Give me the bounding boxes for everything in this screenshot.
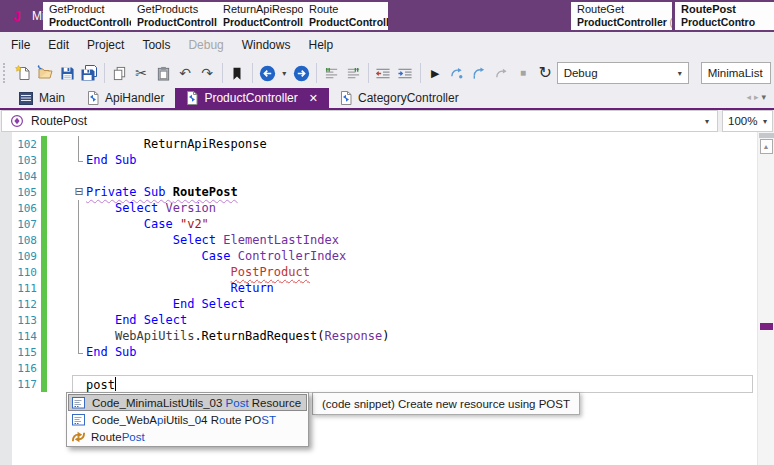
document-tab-bar: MainApiHandlerProductController✕Category… (0, 88, 774, 108)
decrease-indent-button[interactable] (373, 62, 394, 84)
line-number: 107 (0, 218, 40, 231)
stop-debug-button[interactable]: ■ (513, 62, 534, 84)
window-tab-route[interactable]: RouteProductController (ctrl · (303, 2, 388, 30)
doc-tab-productcontroller[interactable]: ProductController✕ (175, 88, 329, 108)
change-tracking-bar (41, 168, 47, 184)
tab-scroll-arrows[interactable]: ◂▸▾ (746, 92, 769, 102)
code-line-112: 112 End Select (0, 296, 757, 312)
cut-icon: ✂ (135, 66, 147, 80)
menu-project[interactable]: Project (78, 34, 133, 56)
window-tab-getproduct[interactable]: GetProductProductController (ctrl · (43, 2, 131, 30)
menu-debug[interactable]: Debug (179, 34, 232, 56)
tab-subtitle: ProductController (ctrl · (137, 16, 211, 29)
doc-tab-label: CategoryController (358, 91, 459, 105)
completion-item[interactable]: RoutePost (68, 428, 307, 445)
caret-position-marker (760, 323, 773, 330)
code-line-114: 114 WebApiUtils.ReturnBadRequest(Respons… (0, 328, 757, 344)
code-text: End Sub (86, 153, 137, 167)
line-number: 116 (0, 362, 40, 375)
code-line-109: 109 Case ControllerIndex (0, 248, 757, 264)
navigate-forward-button[interactable] (291, 62, 312, 84)
close-tab-icon[interactable]: ✕ (309, 93, 318, 104)
member-dropdown[interactable]: RoutePost ▾ (1, 110, 718, 132)
change-tracking-bar (41, 360, 47, 376)
outline-guide (72, 360, 86, 376)
window-tab-getproducts[interactable]: GetProductsProductController (ctrl · (131, 2, 217, 30)
project-combo[interactable]: MinimaList (701, 62, 771, 84)
zoom-combo[interactable]: 100% ▾ (722, 110, 773, 132)
window-tab-routeget[interactable]: RouteGetProductController (ctrl · (571, 2, 672, 30)
restart-icon: ↻ (538, 65, 551, 81)
code-text: PostProduct (86, 265, 310, 279)
code-text: End Sub (86, 345, 137, 359)
comment-button[interactable] (321, 62, 342, 84)
play-icon: ▶ (431, 68, 439, 79)
code-text: End Select (86, 313, 187, 327)
doc-tab-categorycontroller[interactable]: CategoryController (329, 88, 470, 108)
restart-button[interactable]: ↻ (535, 62, 556, 84)
paste-button[interactable] (153, 62, 174, 84)
new-file-button[interactable] (13, 62, 34, 84)
form-icon (19, 92, 33, 105)
navigate-back-icon (259, 65, 276, 82)
increase-indent-button[interactable] (395, 62, 416, 84)
menu-windows[interactable]: Windows (233, 34, 300, 56)
save-button[interactable] (57, 62, 78, 84)
cut-button[interactable]: ✂ (131, 62, 152, 84)
uncomment-icon (346, 66, 361, 81)
scroll-up-button[interactable]: ▲ (760, 139, 773, 154)
undo-button[interactable]: ↶ (175, 62, 196, 84)
intellisense-popup: Code_MinimaListUtils_03 Post ResourceCod… (66, 392, 309, 447)
code-line-102: 102 ReturnApiResponse (0, 136, 757, 152)
window-tab-returnapiresponse[interactable]: ReturnApiResponseProductController (ctrl… (217, 2, 303, 30)
shortcut-icon (71, 429, 86, 444)
completion-item[interactable]: Code_WebApiUtils_04 Route POST (68, 411, 307, 428)
uncomment-button[interactable] (343, 62, 364, 84)
save-all-icon (81, 65, 97, 81)
code-line-106: 106 Select Version (0, 200, 757, 216)
step-over-button[interactable] (447, 62, 468, 84)
toolbar-separator (420, 63, 421, 83)
scrollbar-thumb[interactable] (759, 133, 774, 138)
menu-edit[interactable]: Edit (39, 34, 78, 56)
change-tracking-bar (41, 264, 47, 280)
chevron-down-icon: ▾ (705, 117, 709, 126)
outline-guide (72, 136, 86, 152)
menu-help[interactable]: Help (299, 34, 342, 56)
vertical-scrollbar[interactable]: ▲ (757, 132, 774, 465)
open-file-button[interactable] (35, 62, 56, 84)
tab-title: RouteGet (577, 3, 666, 16)
toolbar-separator (316, 63, 317, 83)
chevron-down-icon: ▾ (282, 69, 286, 78)
start-debug-button[interactable]: ▶ (425, 62, 446, 84)
doc-tab-apihandler[interactable]: ApiHandler (76, 88, 175, 108)
code-line-108: 108 Select ElementLastIndex (0, 232, 757, 248)
step-out-button[interactable] (491, 62, 512, 84)
vb-file-icon (186, 91, 198, 105)
code-line-107: 107 Case "v2" (0, 216, 757, 232)
save-icon (60, 66, 75, 81)
window-tab-routepost[interactable]: RoutePostProductContro (675, 2, 774, 30)
completion-item[interactable]: Code_MinimaListUtils_03 Post Resource (68, 394, 307, 411)
redo-button[interactable]: ↷ (197, 62, 218, 84)
paste-icon (156, 66, 171, 81)
step-into-button[interactable] (469, 62, 490, 84)
toolbar-grip[interactable] (3, 63, 8, 83)
code-line-105: 105⊟Private Sub RoutePost (0, 184, 757, 200)
doc-tab-main[interactable]: Main (8, 88, 76, 108)
collapse-toggle-icon[interactable]: ⊟ (72, 184, 86, 200)
menu-tools[interactable]: Tools (133, 34, 179, 56)
code-text: Return (86, 281, 274, 295)
bookmark-button[interactable] (227, 62, 248, 84)
change-tracking-bar (41, 184, 47, 200)
tab-title: RoutePost (681, 3, 774, 16)
navigate-back-dropdown[interactable]: ▾ (279, 62, 290, 84)
solution-configuration-combo[interactable]: Debug ▾ (557, 62, 689, 84)
copy-button[interactable] (109, 62, 130, 84)
save-all-button[interactable] (79, 62, 100, 84)
code-text: ReturnApiResponse (86, 137, 267, 151)
vb-file-icon (87, 91, 99, 105)
navigate-back-button[interactable] (257, 62, 278, 84)
menu-file[interactable]: File (2, 34, 39, 56)
line-number: 109 (0, 250, 40, 263)
